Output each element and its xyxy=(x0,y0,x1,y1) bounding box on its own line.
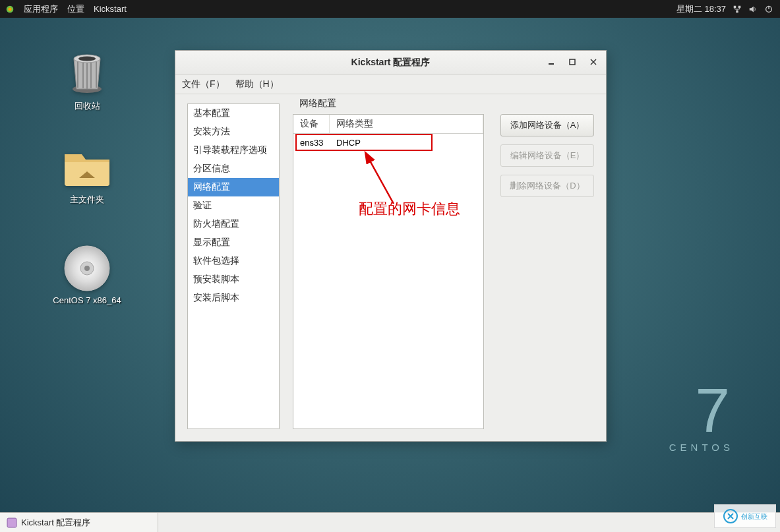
add-network-device-button[interactable]: 添加网络设备（A） xyxy=(500,114,594,136)
edit-network-device-button: 编辑网络设备（E） xyxy=(500,144,594,167)
window-title: Kickstart 配置程序 xyxy=(351,57,431,69)
minimize-button[interactable] xyxy=(541,53,561,71)
desktop-icon-label: CentOS 7 x86_64 xyxy=(47,295,127,305)
home-folder-icon xyxy=(61,145,113,189)
desktop-icon-label: 主文件夹 xyxy=(47,194,127,206)
svg-point-13 xyxy=(84,266,90,271)
active-app-label[interactable]: Kickstart xyxy=(94,4,127,14)
svg-rect-17 xyxy=(7,518,16,527)
menu-file[interactable]: 文件（F） xyxy=(182,78,225,90)
power-icon[interactable] xyxy=(764,5,773,14)
sidebar-item-post-script[interactable]: 安装后脚本 xyxy=(188,289,279,307)
sidebar-item-bootloader[interactable]: 引导装载程序选项 xyxy=(188,141,279,160)
desktop-icon-home[interactable]: 主文件夹 xyxy=(47,144,127,206)
cell-type: DHCP xyxy=(330,136,483,149)
taskbar: Kickstart 配置程序 xyxy=(0,512,780,532)
sidebar-item-firewall[interactable]: 防火墙配置 xyxy=(188,215,279,233)
taskbar-item-kickstart[interactable]: Kickstart 配置程序 xyxy=(0,513,158,532)
table-row[interactable]: ens33 DHCP xyxy=(293,134,483,152)
maximize-button[interactable] xyxy=(562,53,582,71)
sidebar-item-pre-script[interactable]: 预安装脚本 xyxy=(188,270,279,289)
col-device[interactable]: 设备 xyxy=(293,115,330,133)
close-button[interactable] xyxy=(584,53,603,71)
svg-rect-4 xyxy=(736,10,738,13)
sidebar-item-partition[interactable]: 分区信息 xyxy=(188,160,279,178)
delete-network-device-button: 删除网络设备（D） xyxy=(500,175,594,197)
taskbar-item-label: Kickstart 配置程序 xyxy=(21,517,90,529)
applications-menu[interactable]: 应用程序 xyxy=(24,3,58,15)
sidebar-item-network[interactable]: 网络配置 xyxy=(188,178,279,196)
watermark: 创新互联 xyxy=(714,504,776,528)
col-type[interactable]: 网络类型 xyxy=(330,115,483,133)
branding-name: CENTOS xyxy=(669,442,734,453)
sidebar: 基本配置 安装方法 引导装载程序选项 分区信息 网络配置 验证 防火墙配置 显示… xyxy=(187,103,280,429)
svg-point-9 xyxy=(78,57,96,61)
desktop-icon-disc[interactable]: CentOS 7 x86_64 xyxy=(47,245,127,305)
centos-branding: 7 CENTOS xyxy=(669,379,734,453)
volume-icon[interactable] xyxy=(748,5,758,14)
disc-icon xyxy=(61,243,113,294)
kickstart-window: Kickstart 配置程序 文件（F） 帮助（H） 基本配置 安装方法 引导装… xyxy=(175,50,607,442)
sidebar-item-display[interactable]: 显示配置 xyxy=(188,233,279,252)
watermark-logo-icon xyxy=(723,508,738,524)
sidebar-item-basic[interactable]: 基本配置 xyxy=(188,104,279,123)
network-device-table[interactable]: 设备 网络类型 ens33 DHCP xyxy=(293,114,484,429)
trash-icon xyxy=(66,51,108,96)
branding-digit: 7 xyxy=(669,379,734,442)
places-menu[interactable]: 位置 xyxy=(67,3,84,15)
svg-rect-2 xyxy=(734,5,736,8)
watermark-text: 创新互联 xyxy=(741,513,767,520)
menu-help[interactable]: 帮助（H） xyxy=(235,78,279,90)
table-header: 设备 网络类型 xyxy=(293,115,483,134)
menubar: 文件（F） 帮助（H） xyxy=(175,74,606,94)
sidebar-item-install-method[interactable]: 安装方法 xyxy=(188,123,279,141)
network-icon[interactable] xyxy=(733,5,742,14)
topbar: 应用程序 位置 Kickstart 星期二 18:37 xyxy=(0,0,780,18)
app-icon xyxy=(7,517,17,528)
cell-device: ens33 xyxy=(293,136,330,149)
desktop-icon-trash[interactable]: 回收站 xyxy=(47,50,127,112)
sidebar-item-packages[interactable]: 软件包选择 xyxy=(188,252,279,270)
distro-logo-icon xyxy=(5,5,15,14)
panel-group-label: 网络配置 xyxy=(297,98,339,109)
annotation-label: 配置的网卡信息 xyxy=(359,199,460,219)
svg-rect-3 xyxy=(738,5,741,8)
svg-point-1 xyxy=(8,7,11,11)
titlebar[interactable]: Kickstart 配置程序 xyxy=(175,51,606,74)
desktop: 应用程序 位置 Kickstart 星期二 18:37 xyxy=(0,0,780,532)
desktop-icon-label: 回收站 xyxy=(47,100,127,112)
sidebar-item-auth[interactable]: 验证 xyxy=(188,196,279,215)
main-panel: 网络配置 设备 网络类型 ens33 DHCP xyxy=(293,103,594,429)
svg-rect-15 xyxy=(570,59,575,65)
clock[interactable]: 星期二 18:37 xyxy=(676,3,726,15)
